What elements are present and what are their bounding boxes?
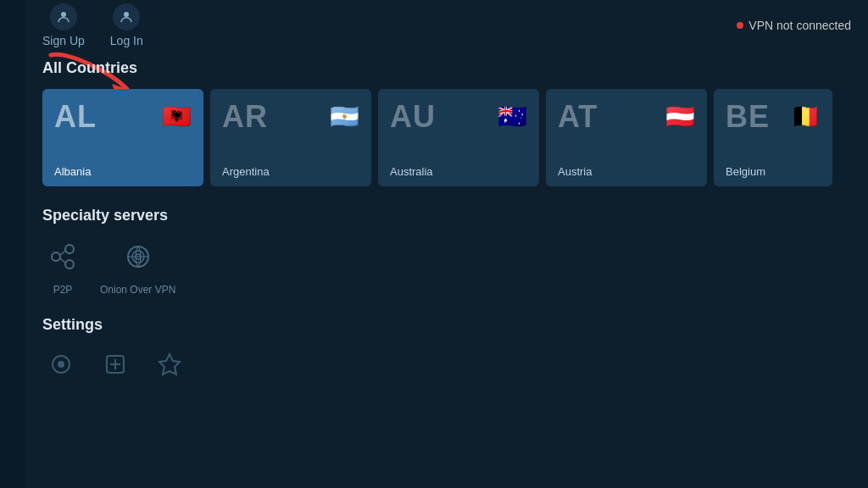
p2p-icon [42,236,83,277]
country-card-australia-top: AU 🇦🇺 [390,99,527,135]
svg-line-6 [60,251,65,255]
country-code-australia: AU [390,99,436,135]
svg-point-13 [58,361,64,368]
country-card-albania[interactable]: AL 🇦🇱 Albania [42,89,203,186]
main-content: All Countries AL 🇦🇱 Albania AR 🇦🇷 Argent… [25,51,868,488]
country-card-australia[interactable]: AU 🇦🇺 Australia [378,89,539,186]
country-card-argentina-top: AR 🇦🇷 [222,99,359,135]
country-flag-austria: 🇦🇹 [665,105,695,129]
settings-icon-1 [42,346,80,383]
svg-point-1 [124,12,129,17]
login-icon [113,3,140,30]
specialty-servers-section: Specialty servers P2P [42,207,851,296]
svg-point-4 [65,245,74,253]
settings-grid [42,346,851,383]
settings-item-2[interactable] [97,346,134,383]
settings-item-1[interactable] [42,346,80,383]
specialty-p2p[interactable]: P2P [42,236,83,296]
specialty-grid: P2P Onion Over VPN [42,236,851,296]
country-card-austria-top: AT 🇦🇹 [558,99,695,135]
country-card-argentina[interactable]: AR 🇦🇷 Argentina [210,89,371,186]
country-name-austria: Austria [558,165,695,178]
country-name-albania: Albania [54,165,192,178]
vpn-status: VPN not connected [737,19,851,32]
country-flag-belgium: 🇧🇪 [791,105,821,129]
specialty-section-heading: Specialty servers [42,207,851,225]
country-code-belgium: BE [726,99,770,135]
settings-icon-2 [97,346,134,383]
country-code-austria: AT [558,99,598,135]
country-name-belgium: Belgium [726,165,821,178]
top-bar-left: Sign Up Log In [42,3,143,47]
country-grid: AL 🇦🇱 Albania AR 🇦🇷 Argentina AU 🇦🇺 Aust… [42,89,851,186]
login-button[interactable]: Log In [110,3,143,47]
settings-section: Settings [42,316,851,383]
login-label: Log In [110,34,143,47]
signup-icon [50,3,77,30]
onion-icon [118,236,159,277]
svg-line-7 [60,258,65,263]
specialty-onion[interactable]: Onion Over VPN [100,236,175,296]
country-name-argentina: Argentina [222,165,359,178]
country-code-albania: AL [54,99,97,135]
settings-item-3[interactable] [151,346,188,383]
country-flag-australia: 🇦🇺 [498,105,527,129]
settings-section-heading: Settings [42,316,851,334]
country-card-albania-top: AL 🇦🇱 [54,99,192,135]
svg-point-5 [65,260,74,269]
country-name-australia: Australia [390,165,527,178]
country-code-argentina: AR [222,99,268,135]
vpn-status-dot [737,22,743,29]
country-card-belgium[interactable]: BE 🇧🇪 Belgium [714,89,832,186]
svg-point-0 [61,12,66,17]
country-card-belgium-top: BE 🇧🇪 [726,99,821,135]
p2p-label: P2P [53,284,73,296]
signup-label: Sign Up [42,34,85,47]
vpn-status-text: VPN not connected [748,19,851,32]
svg-point-3 [52,252,60,261]
top-bar: Sign Up Log In VPN not connected [25,0,868,51]
sidebar [0,0,25,488]
countries-section-heading: All Countries [42,59,851,77]
country-card-austria[interactable]: AT 🇦🇹 Austria [546,89,707,186]
country-flag-argentina: 🇦🇷 [330,105,359,129]
onion-label: Onion Over VPN [100,284,175,296]
country-flag-albania: 🇦🇱 [162,105,192,129]
signup-button[interactable]: Sign Up [42,3,85,47]
settings-icon-3 [151,346,188,383]
